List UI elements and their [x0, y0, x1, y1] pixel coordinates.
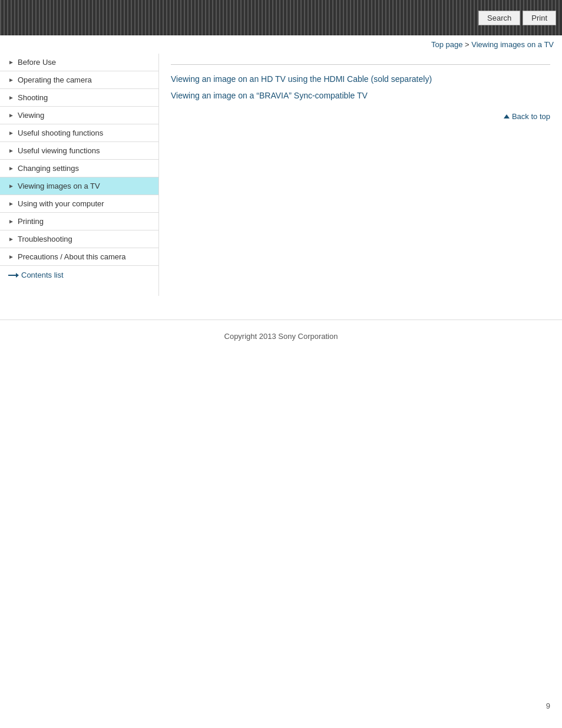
footer: Copyright 2013 Sony Corporation [0, 319, 562, 353]
link-bravia[interactable]: Viewing an image on a “BRAVIA” Sync-comp… [171, 91, 550, 100]
sidebar-item-label: Viewing images on a TV [18, 182, 100, 190]
contents-list-link[interactable]: Contents list [0, 266, 158, 284]
sidebar: ► Before Use ► Operating the camera ► Sh… [0, 54, 159, 296]
sidebar-item-operating-camera[interactable]: ► Operating the camera [0, 71, 158, 89]
chevron-right-icon: ► [8, 218, 14, 225]
sidebar-item-useful-viewing[interactable]: ► Useful viewing functions [0, 142, 158, 160]
sidebar-item-changing-settings[interactable]: ► Changing settings [0, 160, 158, 177]
sidebar-item-useful-shooting[interactable]: ► Useful shooting functions [0, 124, 158, 142]
chevron-right-icon: ► [8, 94, 14, 101]
link-hdmi[interactable]: Viewing an image on an HD TV using the H… [171, 74, 550, 84]
chevron-right-icon: ► [8, 147, 14, 154]
chevron-right-icon: ► [8, 165, 14, 172]
sidebar-item-label: Troubleshooting [18, 235, 72, 243]
chevron-right-icon: ► [8, 236, 14, 242]
sidebar-item-using-computer[interactable]: ► Using with your computer [0, 195, 158, 213]
sidebar-item-viewing[interactable]: ► Viewing [0, 107, 158, 124]
sidebar-item-label: Before Use [18, 58, 56, 67]
sidebar-item-troubleshooting[interactable]: ► Troubleshooting [0, 230, 158, 248]
contents-list-label: Contents list [21, 271, 64, 279]
breadcrumb-current-link[interactable]: Viewing images on a TV [471, 40, 554, 49]
chevron-right-icon: ► [8, 130, 14, 136]
print-button[interactable]: Print [523, 11, 556, 25]
breadcrumb-top-link[interactable]: Top page [431, 40, 463, 49]
breadcrumb-separator: > [462, 40, 471, 49]
sidebar-item-label: Shooting [18, 93, 48, 102]
sidebar-item-label: Changing settings [18, 164, 79, 173]
sidebar-item-viewing-tv[interactable]: ► Viewing images on a TV [0, 177, 158, 195]
sidebar-item-label: Useful viewing functions [18, 146, 100, 155]
back-to-top: Back to top [171, 112, 550, 121]
copyright-text: Copyright 2013 Sony Corporation [224, 332, 338, 341]
header: Search Print [0, 0, 562, 35]
main-layout: ► Before Use ► Operating the camera ► Sh… [0, 51, 562, 296]
arrow-right-icon [8, 272, 19, 278]
chevron-right-icon: ► [8, 59, 14, 65]
back-to-top-link[interactable]: Back to top [504, 112, 550, 121]
search-button[interactable]: Search [478, 11, 520, 25]
sidebar-item-label: Useful shooting functions [18, 129, 103, 137]
triangle-up-icon [504, 114, 510, 118]
sidebar-item-shooting[interactable]: ► Shooting [0, 89, 158, 107]
sidebar-item-label: Viewing [18, 111, 44, 120]
sidebar-item-label: Precautions / About this camera [18, 252, 126, 261]
chevron-right-icon: ► [8, 200, 14, 207]
page-title-bar: Viewing images on a TV [171, 60, 550, 65]
chevron-right-icon: ► [8, 183, 14, 189]
sidebar-item-printing[interactable]: ► Printing [0, 213, 158, 230]
chevron-right-icon: ► [8, 112, 14, 118]
sidebar-item-label: Using with your computer [18, 199, 104, 208]
content-area: Viewing images on a TV Viewing an image … [159, 54, 562, 296]
sidebar-item-precautions[interactable]: ► Precautions / About this camera [0, 248, 158, 266]
header-buttons: Search Print [478, 11, 556, 25]
sidebar-item-label: Printing [18, 217, 44, 226]
sidebar-item-before-use[interactable]: ► Before Use [0, 54, 158, 71]
sidebar-item-label: Operating the camera [18, 75, 92, 84]
chevron-right-icon: ► [8, 253, 14, 260]
breadcrumb: Top page > Viewing images on a TV [0, 35, 562, 51]
page-number: 9 [546, 701, 550, 710]
chevron-right-icon: ► [8, 77, 14, 83]
